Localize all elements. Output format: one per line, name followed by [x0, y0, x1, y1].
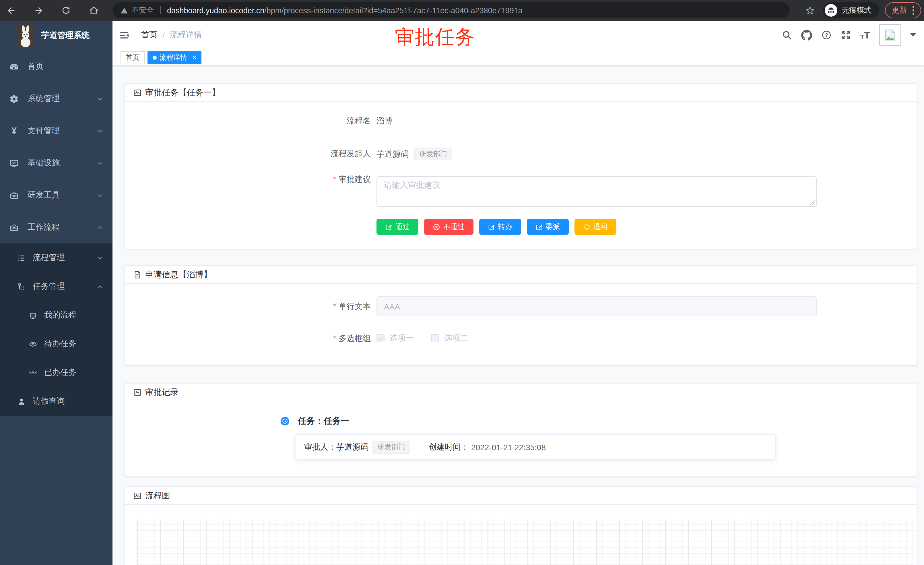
- record-task-title: 任务：任务一: [298, 416, 350, 427]
- checkbox-option2[interactable]: [431, 334, 439, 342]
- security-status[interactable]: 不安全: [120, 5, 154, 15]
- sidebar-collapse-button[interactable]: [112, 30, 136, 41]
- avatar-caret-icon[interactable]: [910, 33, 916, 37]
- approver-label: 审批人：: [304, 442, 336, 452]
- browser-nav-buttons: [0, 2, 103, 19]
- back-icon: [6, 6, 16, 15]
- tab-active-dot: [153, 56, 157, 59]
- sidebar-item-label: 工作流程: [27, 222, 60, 233]
- bpmn-diagram-canvas[interactable]: [136, 519, 915, 565]
- process-diagram-card: 流程图: [124, 486, 917, 565]
- url-path: /bpm/process-instance/detail?id=54aa251f…: [264, 6, 522, 15]
- initiator-value-row: 芋道源码 研发部门: [376, 147, 452, 160]
- apply-info-card: 申请信息【滔博】 单行文本 多选框组 选项一 选项二: [124, 265, 917, 366]
- checkbox-group: 选项一 选项二: [376, 333, 468, 343]
- delegate-button[interactable]: 委派: [526, 219, 568, 235]
- forward-button[interactable]: [29, 2, 48, 19]
- sidebar-item-home[interactable]: 首页: [0, 51, 112, 83]
- warning-icon: [120, 7, 128, 14]
- sidebar-item-workflow[interactable]: 工作流程: [0, 211, 112, 243]
- avatar[interactable]: [879, 24, 901, 46]
- sidebar-item-done-tasks[interactable]: 已办任务: [0, 358, 112, 387]
- circle-close-icon: [433, 223, 440, 230]
- transfer-button[interactable]: 转办: [479, 219, 521, 235]
- page-url[interactable]: dashboard.yudao.iocoder.cn/bpm/process-i…: [167, 6, 522, 15]
- update-label: 更新: [892, 5, 907, 15]
- checkbox-option1[interactable]: [376, 334, 384, 342]
- sidebar-item-payment[interactable]: ¥ 支付管理: [0, 115, 112, 147]
- incognito-label: 无痕模式: [842, 5, 872, 15]
- bookmark-star-icon[interactable]: [805, 6, 814, 15]
- approval-record-card: 审批记录 任务：任务一 审批人： 芋道源码 研发部门 创建时间： 2022-01…: [124, 383, 917, 476]
- home-button[interactable]: [84, 2, 103, 19]
- eye-closed-icon: [29, 368, 37, 377]
- sidebar-item-label: 待办任务: [44, 339, 76, 349]
- sidebar-item-my-process[interactable]: 我的流程: [0, 301, 112, 329]
- process-name-label: 流程名: [124, 115, 371, 126]
- breadcrumb-current: 流程详情: [170, 30, 202, 40]
- reload-button[interactable]: [56, 2, 76, 19]
- reject-button[interactable]: 不通过: [424, 219, 473, 235]
- tab-label: 首页: [126, 53, 140, 62]
- chevron-down-icon: [97, 160, 103, 166]
- back-button[interactable]: [1, 2, 21, 19]
- eye-open-icon: [29, 340, 37, 348]
- checkbox-option1-label: 选项一: [390, 333, 414, 343]
- sidebar-item-infra[interactable]: 基础设施: [0, 147, 112, 179]
- card-header: 审批记录: [124, 383, 916, 401]
- fullscreen-icon[interactable]: [841, 30, 851, 40]
- incognito-icon: [824, 4, 837, 17]
- suggestion-field-wrap: [376, 176, 817, 207]
- sidebar-item-system[interactable]: 系统管理: [0, 83, 112, 115]
- picture-icon: [133, 388, 142, 397]
- approve-button[interactable]: 通过: [376, 219, 418, 235]
- sidebar-item-label: 首页: [27, 62, 44, 72]
- tab-home[interactable]: 首页: [120, 51, 145, 64]
- approval-buttons: 通过 不通过 转办 委派 退回: [376, 219, 616, 235]
- chevron-up-icon: [97, 283, 103, 290]
- yen-icon: ¥: [9, 126, 19, 136]
- chrome-update-button[interactable]: 更新: [885, 2, 921, 18]
- sidebar-item-process-mgmt[interactable]: 流程管理: [0, 243, 112, 272]
- single-text-input[interactable]: [376, 296, 817, 316]
- sidebar-item-task-mgmt[interactable]: 任务管理: [0, 272, 112, 301]
- browser-menu-icon[interactable]: [912, 6, 914, 15]
- sidebar-item-label: 请假查询: [33, 396, 65, 407]
- font-size-icon[interactable]: TT: [860, 30, 870, 40]
- sidebar-item-label: 我的流程: [44, 310, 76, 320]
- search-icon[interactable]: [782, 30, 792, 40]
- sidebar-item-label: 基础设施: [27, 158, 60, 168]
- tab-process-detail[interactable]: 流程详情 ×: [147, 51, 201, 64]
- close-icon[interactable]: ×: [192, 54, 196, 61]
- tab-label: 流程详情: [159, 53, 187, 62]
- checkbox-group-label: 多选框组: [124, 332, 371, 344]
- process-name-value: 滔博: [376, 115, 393, 126]
- dashboard-icon: [9, 62, 19, 72]
- address-bar[interactable]: 不安全 dashboard.yudao.iocoder.cn/bpm/proce…: [112, 2, 790, 18]
- approver-name: 芋道源码: [336, 442, 369, 452]
- help-icon[interactable]: ?: [821, 30, 832, 40]
- sidebar-item-devtools[interactable]: 研发工具: [0, 179, 112, 211]
- button-label: 退回: [593, 222, 608, 232]
- sidebar-item-leave-query[interactable]: 请假查询: [0, 387, 112, 416]
- suggestion-textarea[interactable]: [376, 176, 817, 207]
- github-icon[interactable]: [801, 30, 812, 41]
- return-button[interactable]: 退回: [574, 219, 616, 235]
- sidebar-logo[interactable]: 芋道管理系统: [0, 21, 112, 51]
- toolbox-icon: [9, 222, 19, 232]
- header-actions: ? TT: [782, 24, 924, 46]
- card-header: 申请信息【滔博】: [124, 266, 916, 284]
- sidebar-item-label: 支付管理: [27, 126, 60, 136]
- picture-icon: [133, 88, 142, 97]
- chevron-down-icon: [97, 96, 103, 102]
- approval-task-card: 审批任务【任务一】 流程名 滔博 流程发起人 芋道源码 研发部门 审批建议 通过: [124, 83, 917, 249]
- sidebar-item-label: 已办任务: [44, 368, 76, 378]
- breadcrumb-home[interactable]: 首页: [141, 30, 157, 40]
- hamburger-fold-icon: [119, 30, 130, 41]
- chevron-down-icon: [97, 255, 103, 261]
- button-label: 委派: [546, 222, 560, 232]
- suggestion-label: 审批建议: [124, 173, 371, 185]
- annotation-overlay: 审批任务: [395, 24, 475, 51]
- sidebar-item-todo-tasks[interactable]: 待办任务: [0, 329, 112, 358]
- card-header: 审批任务【任务一】: [124, 84, 916, 102]
